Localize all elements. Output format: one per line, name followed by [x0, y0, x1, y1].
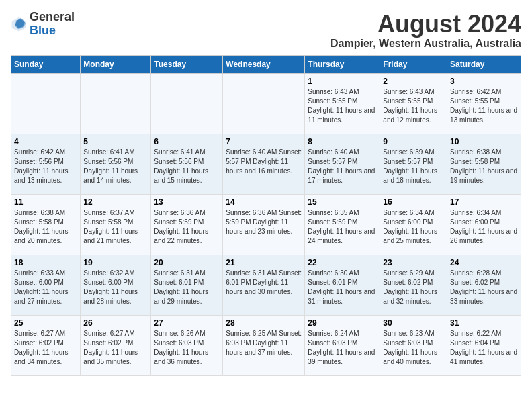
day-number: 30: [383, 318, 444, 328]
day-number: 27: [154, 318, 220, 328]
day-number: 28: [226, 318, 302, 328]
day-number: 8: [308, 137, 377, 146]
calendar-table: SundayMondayTuesdayWednesdayThursdayFrid…: [11, 55, 521, 376]
day-number: 4: [14, 137, 77, 146]
day-of-week-monday: Monday: [81, 55, 151, 73]
day-of-week-wednesday: Wednesday: [223, 55, 305, 73]
calendar-cell: 10Sunrise: 6:38 AM Sunset: 5:58 PM Dayli…: [447, 134, 521, 194]
day-info: Sunrise: 6:38 AM Sunset: 5:58 PM Dayligh…: [450, 148, 518, 185]
calendar-cell: 18Sunrise: 6:33 AM Sunset: 6:00 PM Dayli…: [11, 255, 81, 315]
day-info: Sunrise: 6:31 AM Sunset: 6:01 PM Dayligh…: [154, 269, 220, 306]
logo-general-text: General: [30, 10, 75, 24]
day-of-week-friday: Friday: [380, 55, 447, 73]
day-info: Sunrise: 6:40 AM Sunset: 5:57 PM Dayligh…: [308, 148, 377, 185]
day-number: 31: [450, 318, 518, 328]
day-info: Sunrise: 6:39 AM Sunset: 5:57 PM Dayligh…: [383, 148, 444, 185]
day-number: 22: [308, 258, 377, 267]
calendar-cell: 30Sunrise: 6:23 AM Sunset: 6:03 PM Dayli…: [380, 315, 447, 375]
calendar-cell: 13Sunrise: 6:36 AM Sunset: 5:59 PM Dayli…: [151, 194, 223, 255]
day-info: Sunrise: 6:43 AM Sunset: 5:55 PM Dayligh…: [308, 87, 377, 125]
day-number: 17: [450, 197, 518, 207]
day-info: Sunrise: 6:37 AM Sunset: 5:58 PM Dayligh…: [83, 208, 148, 246]
calendar-cell: 15Sunrise: 6:35 AM Sunset: 5:59 PM Dayli…: [305, 194, 380, 255]
day-info: Sunrise: 6:27 AM Sunset: 6:02 PM Dayligh…: [83, 329, 148, 367]
day-number: 7: [226, 137, 302, 146]
day-number: 26: [83, 318, 148, 328]
day-info: Sunrise: 6:41 AM Sunset: 5:56 PM Dayligh…: [154, 148, 220, 185]
calendar-cell: 1Sunrise: 6:43 AM Sunset: 5:55 PM Daylig…: [305, 73, 380, 134]
day-info: Sunrise: 6:36 AM Sunset: 5:59 PM Dayligh…: [226, 208, 302, 236]
day-number: 1: [308, 77, 377, 86]
day-number: 6: [154, 137, 220, 146]
day-number: 2: [383, 77, 444, 86]
day-of-week-tuesday: Tuesday: [151, 55, 223, 73]
calendar-cell: 8Sunrise: 6:40 AM Sunset: 5:57 PM Daylig…: [305, 134, 380, 194]
day-info: Sunrise: 6:25 AM Sunset: 6:03 PM Dayligh…: [226, 329, 302, 357]
logo: General Blue: [11, 11, 75, 38]
calendar-cell: [223, 73, 305, 134]
page-header: General Blue August 2024 Dampier, Wester…: [11, 11, 521, 50]
day-number: 14: [226, 197, 302, 207]
day-info: Sunrise: 6:33 AM Sunset: 6:00 PM Dayligh…: [14, 269, 77, 306]
calendar-body: 1Sunrise: 6:43 AM Sunset: 5:55 PM Daylig…: [11, 73, 521, 375]
day-number: 3: [450, 77, 518, 86]
day-number: 19: [83, 258, 148, 267]
day-info: Sunrise: 6:34 AM Sunset: 6:00 PM Dayligh…: [450, 208, 518, 246]
calendar-cell: 19Sunrise: 6:32 AM Sunset: 6:00 PM Dayli…: [81, 255, 151, 315]
calendar-cell: [151, 73, 223, 134]
day-info: Sunrise: 6:29 AM Sunset: 6:02 PM Dayligh…: [383, 269, 444, 306]
calendar-cell: 26Sunrise: 6:27 AM Sunset: 6:02 PM Dayli…: [81, 315, 151, 375]
day-number: 5: [83, 137, 148, 146]
calendar-cell: 3Sunrise: 6:42 AM Sunset: 5:55 PM Daylig…: [447, 73, 521, 134]
day-number: 11: [14, 197, 77, 207]
calendar-cell: 31Sunrise: 6:22 AM Sunset: 6:04 PM Dayli…: [447, 315, 521, 375]
calendar-cell: 12Sunrise: 6:37 AM Sunset: 5:58 PM Dayli…: [81, 194, 151, 255]
calendar-cell: 16Sunrise: 6:34 AM Sunset: 6:00 PM Dayli…: [380, 194, 447, 255]
day-info: Sunrise: 6:42 AM Sunset: 5:55 PM Dayligh…: [450, 87, 518, 125]
calendar-cell: 4Sunrise: 6:42 AM Sunset: 5:56 PM Daylig…: [11, 134, 81, 194]
day-of-week-thursday: Thursday: [305, 55, 380, 73]
day-info: Sunrise: 6:22 AM Sunset: 6:04 PM Dayligh…: [450, 329, 518, 367]
day-number: 29: [308, 318, 377, 328]
day-info: Sunrise: 6:30 AM Sunset: 6:01 PM Dayligh…: [308, 269, 377, 306]
day-info: Sunrise: 6:43 AM Sunset: 5:55 PM Dayligh…: [383, 87, 444, 125]
day-info: Sunrise: 6:36 AM Sunset: 5:59 PM Dayligh…: [154, 208, 220, 246]
calendar-week-1: 1Sunrise: 6:43 AM Sunset: 5:55 PM Daylig…: [11, 73, 521, 134]
day-info: Sunrise: 6:28 AM Sunset: 6:02 PM Dayligh…: [450, 269, 518, 306]
calendar-cell: 22Sunrise: 6:30 AM Sunset: 6:01 PM Dayli…: [305, 255, 380, 315]
day-info: Sunrise: 6:24 AM Sunset: 6:03 PM Dayligh…: [308, 329, 377, 367]
calendar-cell: 2Sunrise: 6:43 AM Sunset: 5:55 PM Daylig…: [380, 73, 447, 134]
day-number: 9: [383, 137, 444, 146]
calendar-cell: 23Sunrise: 6:29 AM Sunset: 6:02 PM Dayli…: [380, 255, 447, 315]
calendar-cell: 6Sunrise: 6:41 AM Sunset: 5:56 PM Daylig…: [151, 134, 223, 194]
calendar-week-3: 11Sunrise: 6:38 AM Sunset: 5:58 PM Dayli…: [11, 194, 521, 255]
calendar-cell: 5Sunrise: 6:41 AM Sunset: 5:56 PM Daylig…: [81, 134, 151, 194]
day-number: 20: [154, 258, 220, 267]
day-info: Sunrise: 6:32 AM Sunset: 6:00 PM Dayligh…: [83, 269, 148, 306]
day-of-week-sunday: Sunday: [11, 55, 81, 73]
calendar-cell: 29Sunrise: 6:24 AM Sunset: 6:03 PM Dayli…: [305, 315, 380, 375]
day-number: 24: [450, 258, 518, 267]
calendar-cell: 11Sunrise: 6:38 AM Sunset: 5:58 PM Dayli…: [11, 194, 81, 255]
title-section: August 2024 Dampier, Western Australia, …: [330, 11, 521, 50]
calendar-cell: 28Sunrise: 6:25 AM Sunset: 6:03 PM Dayli…: [223, 315, 305, 375]
subtitle: Dampier, Western Australia, Australia: [330, 38, 521, 50]
main-title: August 2024: [330, 11, 521, 38]
calendar-cell: 9Sunrise: 6:39 AM Sunset: 5:57 PM Daylig…: [380, 134, 447, 194]
calendar-cell: 27Sunrise: 6:26 AM Sunset: 6:03 PM Dayli…: [151, 315, 223, 375]
day-info: Sunrise: 6:26 AM Sunset: 6:03 PM Dayligh…: [154, 329, 220, 367]
day-number: 12: [83, 197, 148, 207]
day-of-week-saturday: Saturday: [447, 55, 521, 73]
day-info: Sunrise: 6:41 AM Sunset: 5:56 PM Dayligh…: [83, 148, 148, 185]
day-info: Sunrise: 6:27 AM Sunset: 6:02 PM Dayligh…: [14, 329, 77, 367]
day-info: Sunrise: 6:40 AM Sunset: 5:57 PM Dayligh…: [226, 148, 302, 176]
day-number: 10: [450, 137, 518, 146]
day-info: Sunrise: 6:23 AM Sunset: 6:03 PM Dayligh…: [383, 329, 444, 367]
calendar-week-5: 25Sunrise: 6:27 AM Sunset: 6:02 PM Dayli…: [11, 315, 521, 375]
day-number: 18: [14, 258, 77, 267]
calendar-week-4: 18Sunrise: 6:33 AM Sunset: 6:00 PM Dayli…: [11, 255, 521, 315]
day-number: 13: [154, 197, 220, 207]
day-info: Sunrise: 6:38 AM Sunset: 5:58 PM Dayligh…: [14, 208, 77, 246]
logo-icon: [11, 16, 27, 32]
day-info: Sunrise: 6:35 AM Sunset: 5:59 PM Dayligh…: [308, 208, 377, 246]
